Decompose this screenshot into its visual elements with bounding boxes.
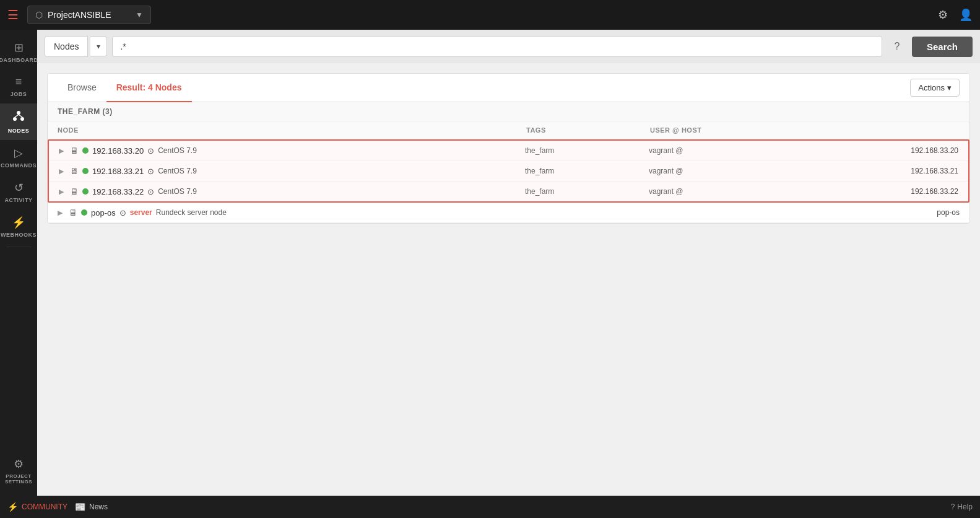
svg-point-0 <box>17 111 20 115</box>
node-description-popos: Rundeck server node <box>156 208 227 217</box>
node-name-popos[interactable]: pop-os <box>91 208 116 217</box>
tags-cell-3: the_farm <box>525 187 649 196</box>
sidebar-label-commands: Commands <box>1 162 37 169</box>
expand-button-1[interactable]: ▶ <box>59 147 66 155</box>
col-user-host: USER @ HOST <box>650 126 836 134</box>
sidebar-item-webhooks[interactable]: ⚡ Webhooks <box>0 209 37 244</box>
os-icon-2: ⊙ <box>147 167 154 176</box>
expand-button-popos[interactable]: ▶ <box>58 209 65 217</box>
node-server-icon-popos: 🖥 <box>69 208 77 217</box>
user-cell-2: vagrant @ <box>649 167 835 175</box>
user-cell-1: vagrant @ <box>649 146 835 155</box>
table-row: ▶ 🖥 pop-os ⊙ server Rundeck server node … <box>48 203 969 223</box>
svg-point-2 <box>20 117 24 121</box>
search-input[interactable] <box>112 36 882 57</box>
expand-button-2[interactable]: ▶ <box>59 167 66 175</box>
table-row: ▶ 🖥 192.168.33.21 ⊙ CentOS 7.9 the_farm … <box>49 161 968 182</box>
news-icon: 📰 <box>75 502 85 512</box>
main-layout: ⊞ Dashboard ≡ Jobs Nodes ▷ Commands <box>0 30 980 496</box>
search-bar: Nodes ▾ ? Search <box>37 30 980 63</box>
news-item[interactable]: 📰 News <box>75 502 108 512</box>
host-cell-2: 192.168.33.21 <box>835 167 958 175</box>
project-icon: ⬡ <box>35 10 43 20</box>
bottom-bar: ⚡ COMMUNITY 📰 News ? Help <box>0 496 980 518</box>
help-item[interactable]: ? Help <box>951 503 973 511</box>
community-icon: ⚡ <box>7 502 18 512</box>
sidebar-label-jobs: Jobs <box>11 91 27 97</box>
os-name-1: CentOS 7.9 <box>158 146 197 155</box>
svg-line-4 <box>19 115 22 117</box>
filter-type-button[interactable]: Nodes <box>45 36 88 57</box>
filter-selector: Nodes ▾ <box>45 36 107 57</box>
expand-button-3[interactable]: ▶ <box>59 188 66 196</box>
node-panel: Browse Result: 4 Nodes Actions ▾ THE_FAR… <box>47 73 970 224</box>
table-header: NODE TAGS USER @ HOST <box>48 121 969 139</box>
node-name-3[interactable]: 192.168.33.22 <box>92 187 144 196</box>
content-area: Nodes ▾ ? Search Browse Result: 4 Nodes … <box>37 30 980 496</box>
search-button[interactable]: Search <box>912 37 973 57</box>
tab-browse[interactable]: Browse <box>58 74 106 102</box>
sidebar: ⊞ Dashboard ≡ Jobs Nodes ▷ Commands <box>0 30 37 496</box>
actions-button[interactable]: Actions ▾ <box>910 79 960 97</box>
community-item[interactable]: ⚡ COMMUNITY <box>7 502 67 512</box>
os-name-2: CentOS 7.9 <box>158 167 197 175</box>
filter-type-dropdown[interactable]: ▾ <box>90 37 107 56</box>
sidebar-item-activity[interactable]: ↺ Activity <box>0 175 37 209</box>
sidebar-label-dashboard: Dashboard <box>0 57 38 63</box>
sidebar-label-project-settings: PROJECTSETTINGS <box>5 473 32 485</box>
status-dot-popos <box>81 209 87 216</box>
project-settings-icon: ⚙ <box>14 457 24 471</box>
col-node: NODE <box>58 126 526 134</box>
col-tags: TAGS <box>526 126 650 134</box>
sidebar-item-dashboard[interactable]: ⊞ Dashboard <box>0 35 37 69</box>
news-label: News <box>89 503 108 511</box>
search-help-button[interactable]: ? <box>887 37 907 56</box>
svg-line-3 <box>15 115 19 117</box>
status-dot-1 <box>82 147 89 154</box>
commands-icon: ▷ <box>14 146 23 160</box>
table-row: ▶ 🖥 192.168.33.20 ⊙ CentOS 7.9 the_farm … <box>49 141 968 161</box>
highlighted-nodes-group: ▶ 🖥 192.168.33.20 ⊙ CentOS 7.9 the_farm … <box>48 139 969 203</box>
jobs-icon: ≡ <box>15 76 22 89</box>
dashboard-icon: ⊞ <box>14 41 24 55</box>
sidebar-item-project-settings[interactable]: ⚙ PROJECTSETTINGS <box>0 451 37 491</box>
project-selector[interactable]: ⬡ ProjectANSIBLE ▼ <box>27 6 151 24</box>
sidebar-label-nodes: Nodes <box>8 128 30 134</box>
sidebar-item-nodes[interactable]: Nodes <box>0 103 37 140</box>
actions-dropdown-icon: ▾ <box>947 83 952 92</box>
tab-result[interactable]: Result: 4 Nodes <box>106 74 192 102</box>
status-dot-3 <box>82 188 89 195</box>
node-cell-3: ▶ 🖥 192.168.33.22 ⊙ CentOS 7.9 <box>59 187 525 196</box>
node-cell-popos: ▶ 🖥 pop-os ⊙ server Rundeck server node <box>58 208 526 217</box>
os-icon-3: ⊙ <box>147 187 154 196</box>
status-dot-2 <box>82 168 89 174</box>
sidebar-bottom: ⚙ PROJECTSETTINGS <box>0 451 37 496</box>
help-icon: ? <box>951 503 955 511</box>
col-extra <box>836 126 960 134</box>
webhooks-icon: ⚡ <box>12 216 25 229</box>
sidebar-item-jobs[interactable]: ≡ Jobs <box>0 69 37 103</box>
host-cell-3: 192.168.33.22 <box>835 187 958 196</box>
server-tag-popos: server <box>130 208 152 217</box>
os-icon-1: ⊙ <box>147 146 154 156</box>
node-cell-1: ▶ 🖥 192.168.33.20 ⊙ CentOS 7.9 <box>59 146 525 156</box>
node-server-icon-3: 🖥 <box>70 187 79 196</box>
menu-icon[interactable]: ☰ <box>7 7 19 22</box>
node-name-2[interactable]: 192.168.33.21 <box>92 167 144 176</box>
nodes-icon <box>12 110 25 125</box>
table-row: ▶ 🖥 192.168.33.22 ⊙ CentOS 7.9 the_farm … <box>49 182 968 201</box>
host-cell-popos: pop-os <box>836 208 960 217</box>
user-icon[interactable]: 👤 <box>959 8 973 22</box>
group-header: THE_FARM (3) <box>48 102 969 121</box>
project-dropdown-icon: ▼ <box>136 11 143 19</box>
tab-bar: Browse Result: 4 Nodes Actions ▾ <box>48 74 969 102</box>
project-name: ProjectANSIBLE <box>48 10 131 20</box>
sidebar-label-activity: Activity <box>4 197 32 203</box>
sidebar-item-commands[interactable]: ▷ Commands <box>0 140 37 175</box>
node-name-1[interactable]: 192.168.33.20 <box>92 146 144 156</box>
host-cell-1: 192.168.33.20 <box>835 146 958 155</box>
node-server-icon-1: 🖥 <box>70 146 79 156</box>
svg-point-1 <box>13 117 17 121</box>
settings-icon[interactable]: ⚙ <box>938 8 948 22</box>
help-label: Help <box>957 503 973 511</box>
